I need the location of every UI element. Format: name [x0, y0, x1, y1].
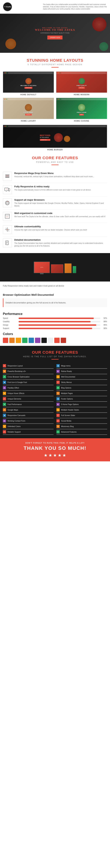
- feat-icon: ♦: [3, 425, 6, 428]
- ls-content-luxury: LUXURY DINING RESERVE: [3, 100, 54, 119]
- color-swatch: [3, 338, 8, 343]
- perf-bar-fill: [19, 318, 94, 319]
- features-list-container: ✔ Responsive Layout ★ Powerful Bootstrap…: [0, 361, 110, 438]
- feat-icon: ◆: [57, 397, 60, 400]
- feature-list-item: ✔ Unique Elements: [3, 396, 53, 402]
- ls-headline-modern: FINEST QUALITY: [76, 85, 87, 86]
- color-swatch: [61, 338, 66, 343]
- star-5: ★: [62, 453, 66, 458]
- feat-label: Responsive Carousels: [7, 414, 25, 416]
- colors-block: Colors: [0, 329, 110, 346]
- star-4: ★: [58, 453, 62, 458]
- performance-title: Performance: [3, 312, 107, 316]
- layout-label-default: HOME DEFAULT: [3, 94, 54, 96]
- perf-bar-value: 95%: [102, 324, 107, 326]
- feature-desc-customization: Choose the right color and layout with t…: [14, 228, 87, 231]
- url-bar-modern: [61, 72, 106, 73]
- feat-label: Mega menu: [61, 365, 70, 367]
- ls-headline: WELCOME TO THE ZAYKA: [20, 85, 36, 86]
- food-circle-cuisine: [78, 104, 85, 111]
- feat-label: Well Documented: [61, 376, 75, 378]
- core-features2-sub: HERE IS THE FULL LIST OF THE ZAYKA FEATU…: [3, 355, 107, 358]
- mock-monitor-screen: ZAYKA: [34, 262, 49, 273]
- mockup-section: ZAYKA: [0, 253, 110, 281]
- ls-headline-burger: BEST FOOD: [40, 134, 50, 136]
- hero-order-btn[interactable]: ORDER NOW: [47, 35, 63, 39]
- layout-label-luxury: HOME LUXURY: [3, 120, 54, 122]
- perf-bar-label: Speed: [3, 317, 17, 319]
- docs-icon: [5, 241, 10, 245]
- perf-bar-fill: [19, 324, 96, 326]
- feature-list-item: ◆ Mega menu: [57, 363, 107, 369]
- responsive-block: Fully Responsive retina ready size and m…: [0, 281, 110, 290]
- feature-item-docs: Detailed documentation The Zayka Documen…: [3, 236, 107, 250]
- food-circle-modern: [79, 78, 85, 84]
- layout-item-default: WELCOME TO THE ZAYKA ORDER NOW HOME DEFA…: [3, 71, 54, 96]
- ls-btn: ORDER NOW: [24, 87, 32, 89]
- url-bar: [8, 72, 53, 73]
- svg-line-23: [8, 231, 9, 231]
- ls-content-cuisine: FRESH CUISINE MENU: [56, 100, 107, 119]
- feature-icon-docs: [3, 239, 12, 247]
- dot-green-m: [60, 72, 60, 73]
- core-features-list: Responsive Mega Drop Down Menu Horizonta…: [0, 166, 110, 253]
- svg-rect-26: [7, 241, 8, 245]
- feature-title-responsive: Fully Responsive & retina ready: [14, 185, 91, 188]
- feature-list-item: ★ Blog Options: [57, 385, 107, 391]
- dot-yellow-b: [5, 126, 6, 127]
- feat-label: Responsive Layout: [7, 365, 23, 367]
- features-cols: ✔ Responsive Layout ★ Powerful Bootstrap…: [3, 363, 107, 435]
- color-swatch: [28, 338, 34, 343]
- feat-label: Powerful Bootstrap v3+: [7, 370, 26, 372]
- perf-bar-bg: [19, 328, 101, 329]
- stunning-sub: 5 TOTALLY DIFFERENT HOME PAGE DESIGN: [3, 63, 107, 66]
- header-description: The Zayka offers you unfathomable access…: [43, 3, 107, 10]
- perf-bar-bg: [19, 324, 101, 326]
- core-features-sub: POWERFUL AND EASY TO USE: [3, 161, 107, 163]
- feat-icon: ▶: [3, 386, 6, 390]
- feature-list-item: ★ Fast Performance: [3, 402, 53, 407]
- food-circle-luxury: [25, 104, 32, 111]
- feature-item-code: </> Well organized & customized code We …: [3, 210, 107, 223]
- ls-content: WELCOME TO THE ZAYKA ORDER NOW: [3, 74, 54, 93]
- feat-icon: ◆: [57, 364, 60, 367]
- perf-bar-label: Design: [3, 324, 17, 326]
- svg-text:www: www: [7, 201, 8, 202]
- layout-label-modern: HOME MODERN: [56, 94, 107, 96]
- feat-icon: ▶: [57, 403, 60, 406]
- feature-title-customization: Ultimate customizability: [14, 225, 87, 228]
- dot-red-c: [57, 99, 58, 99]
- feature-list-item: ▶ Retina Ready: [57, 369, 107, 374]
- ls-headline-cuisine: FRESH CUISINE: [77, 112, 86, 113]
- star-2: ★: [48, 453, 52, 458]
- feat-icon: ★: [3, 370, 6, 373]
- feat-label: Parallax Effect: [7, 387, 19, 389]
- feature-text-dropdown: Responsive Mega Drop Down Menu Horizonta…: [14, 172, 94, 178]
- ls-subheadline-burger: IN THE WORLD: [40, 137, 50, 138]
- red-divider-3: [51, 359, 59, 360]
- dot-yellow-l: [5, 99, 6, 99]
- food-circle-burger-1: [54, 133, 63, 142]
- svg-line-22: [6, 228, 6, 228]
- features-left-col: ✔ Responsive Layout ★ Powerful Bootstrap…: [3, 363, 53, 435]
- feat-label: Google Maps: [7, 409, 18, 411]
- browser-topbar-luxury: [3, 98, 54, 100]
- feature-list-item: ▶ Parallax Effect: [3, 385, 53, 391]
- feat-label: Unlimited Colors: [7, 426, 21, 427]
- hero-screenshot: WELCOME TO THE ZAYKA WELCOME TO THE ZAYK…: [0, 14, 110, 53]
- svg-rect-3: [6, 175, 9, 177]
- food-circle-default: [25, 78, 31, 84]
- svg-rect-2: [5, 177, 9, 178]
- feature-text-browsers: Support all major Browsers The Zayka sup…: [14, 198, 107, 207]
- feat-label: Multiple Header Styles: [61, 409, 79, 411]
- responsive-text: Fully Responsive retina ready size and m…: [3, 284, 107, 287]
- feature-icon-browsers: www: [3, 198, 12, 208]
- mockup-devices: ZAYKA: [34, 261, 76, 273]
- feat-label: Full Screen Slider: [61, 414, 75, 416]
- perf-bar-label: Usability: [3, 320, 17, 322]
- feat-label: Social Media: [61, 420, 71, 422]
- browser-topbar-modern: [56, 72, 107, 74]
- layout-item-modern: FINEST QUALITY EXPLORE HOME MODERN: [56, 71, 107, 96]
- core-features2-title: OUR CORE FEATURES: [3, 350, 107, 355]
- feat-icon: ★: [57, 386, 60, 390]
